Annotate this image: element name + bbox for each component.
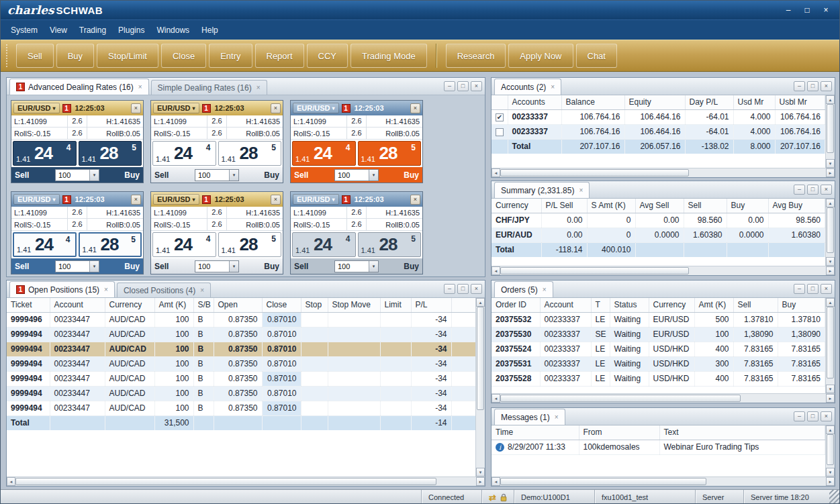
column-header-order-id[interactable]: Order ID — [492, 298, 540, 312]
sell-button[interactable]: Sell — [15, 170, 52, 180]
scroll-down-button[interactable]: ▼ — [476, 468, 485, 476]
tab-close-icon[interactable]: × — [200, 287, 204, 294]
column-header-p-l-sell[interactable]: P/L Sell — [541, 199, 587, 213]
currency-pair-select[interactable]: EUR/USD▾ — [153, 103, 199, 113]
panel-restore-button[interactable]: □ — [457, 284, 469, 294]
orders-row-1[interactable]: 2037553200233337LEWaitingEUR/USD5001.378… — [492, 312, 825, 327]
scroll-up-button[interactable]: ▲ — [826, 425, 835, 434]
scrollbar-thumb[interactable] — [15, 478, 436, 485]
summary-row-1[interactable]: CHF/JPY0.0000.0098.5600.0098.560 — [492, 213, 825, 228]
accounts-row-1[interactable]: ✔00233337106.764.16106.464.16-64.014.000… — [492, 109, 825, 124]
sell-price-box[interactable]: 1.41244 — [292, 232, 356, 257]
scrollbar-thumb[interactable] — [477, 307, 484, 410]
positions-row-3[interactable]: 999949400233447AUD/CAD100B0.873500.87010… — [7, 342, 475, 356]
scroll-left-button[interactable]: ◄ — [492, 394, 500, 403]
row-checkbox[interactable] — [496, 128, 504, 136]
tab-close-icon[interactable]: × — [256, 84, 261, 91]
scroll-left-button[interactable]: ◄ — [492, 266, 500, 275]
sell-price-box[interactable]: 1.41244 — [13, 141, 77, 166]
tab-messages[interactable]: Messages (1) × — [494, 409, 565, 425]
summary-row-2[interactable]: EUR/AUD0.0000.00001.603800.00001.60380 — [492, 228, 825, 242]
scrollbar-thumb[interactable] — [827, 104, 834, 153]
orders-row-2[interactable]: 2037553000233337SEWaitingEUR/USD1001,380… — [492, 327, 825, 342]
column-header-blank[interactable] — [492, 95, 508, 109]
column-header-buy[interactable]: Buy — [778, 298, 825, 312]
toolbar-button-chat[interactable]: Chat — [576, 44, 617, 68]
scroll-down-button[interactable]: ▼ — [826, 159, 835, 168]
vertical-scrollbar[interactable]: ▲▼ — [825, 298, 835, 393]
tab-close-icon[interactable]: × — [579, 187, 583, 194]
column-header-account[interactable]: Account — [540, 298, 591, 312]
sell-button[interactable]: Sell — [294, 262, 332, 271]
scroll-down-button[interactable]: ▼ — [826, 468, 835, 476]
column-header-avg-sell[interactable]: Avg Sell — [635, 199, 684, 213]
panel-minimize-button[interactable]: – — [794, 411, 805, 421]
widget-close-button[interactable]: × — [410, 195, 420, 205]
sell-button[interactable]: Sell — [294, 170, 332, 180]
positions-row-4[interactable]: 999949400233447AUD/CAD100B0.873500.87010… — [7, 356, 475, 371]
column-header-currency[interactable]: Currency — [492, 199, 541, 213]
sell-price-box[interactable]: 1.41244 — [152, 141, 216, 166]
column-header-close[interactable]: Close — [262, 298, 301, 312]
toolbar-grip[interactable] — [6, 44, 9, 67]
currency-pair-select[interactable]: EUR/USD▾ — [293, 103, 339, 113]
menu-item-view[interactable]: View — [44, 22, 73, 38]
toolbar-button-stop-limit[interactable]: Stop/Limit — [97, 44, 158, 68]
orders-row-3[interactable]: 2037552400233337LEWaitingUSD/HKD4007.831… — [492, 342, 825, 356]
widget-close-button[interactable]: × — [271, 195, 281, 205]
tab-advanced-dealing-rates[interactable]: 1 Advanced Dealing Rates (16) × — [9, 79, 149, 95]
scroll-right-button[interactable]: ► — [826, 394, 835, 403]
sell-price-box[interactable]: 1.41244 — [13, 232, 77, 257]
scroll-right-button[interactable]: ► — [476, 477, 485, 486]
currency-pair-select[interactable]: EUR/USD▾ — [293, 194, 339, 205]
currency-pair-select[interactable]: EUR/USD▾ — [153, 194, 199, 205]
buy-price-box[interactable]: 1.41285 — [358, 141, 422, 166]
buy-price-box[interactable]: 1.41285 — [358, 232, 422, 257]
column-header-buy[interactable]: Buy — [727, 199, 768, 213]
positions-row-2[interactable]: 999949400233447AUD/CAD100B0.873500.87010… — [7, 327, 475, 342]
column-header-accounts[interactable]: Accounts — [508, 95, 561, 109]
positions-row-6[interactable]: 999949400233447AUD/CAD100B0.873500.87010… — [7, 386, 475, 401]
toolbar-button-entry[interactable]: Entry — [209, 44, 252, 68]
currency-pair-select[interactable]: EUR/USD▾ — [13, 194, 60, 205]
scrollbar-thumb[interactable] — [500, 267, 689, 274]
column-header-equity[interactable]: Equity — [624, 95, 685, 109]
tab-close-icon[interactable]: × — [104, 286, 108, 293]
column-header-currency[interactable]: Currency — [649, 298, 694, 312]
toolbar-button-buy[interactable]: Buy — [56, 44, 94, 68]
column-header-ticket[interactable]: Ticket — [7, 298, 50, 312]
column-header-balance[interactable]: Balance — [561, 95, 624, 109]
column-header-usd-mr[interactable]: Usd Mr — [733, 95, 775, 109]
menu-item-trading[interactable]: Trading — [73, 22, 112, 38]
scrollbar-thumb[interactable] — [827, 307, 834, 379]
panel-close-button[interactable]: × — [821, 411, 832, 421]
toolbar-button-ccy[interactable]: CCY — [307, 44, 348, 68]
panel-close-button[interactable]: × — [821, 185, 832, 195]
column-header-amt-k[interactable]: Amt (K) — [694, 298, 733, 312]
column-header-p-l[interactable]: P/L — [411, 298, 451, 312]
buy-button[interactable]: Buy — [381, 170, 419, 180]
buy-price-box[interactable]: 1.41285 — [79, 141, 142, 166]
horizontal-scrollbar[interactable]: ◄► — [492, 476, 835, 486]
amount-select[interactable]: 100▾ — [334, 260, 379, 272]
tab-close-icon[interactable]: × — [555, 413, 559, 421]
panel-close-button[interactable]: × — [821, 284, 832, 294]
scroll-down-button[interactable]: ▼ — [826, 385, 835, 393]
column-header-sell[interactable]: Sell — [733, 298, 778, 312]
toolbar-button-sell[interactable]: Sell — [16, 44, 54, 68]
scroll-left-button[interactable]: ◄ — [7, 477, 15, 486]
messages-row-1[interactable]: i8/29/2007 11:33100kdemosalesWebinar Eur… — [492, 440, 825, 454]
panel-minimize-button[interactable]: – — [444, 284, 455, 294]
scroll-right-button[interactable]: ► — [826, 477, 835, 486]
accounts-row-2[interactable]: 00233337106.764.16106.464.16-64.014.0001… — [492, 124, 825, 139]
buy-button[interactable]: Buy — [242, 262, 279, 271]
panel-restore-button[interactable]: □ — [807, 81, 819, 91]
panel-restore-button[interactable]: □ — [807, 411, 819, 421]
tab-open-positions[interactable]: 1 Open Positions (15) × — [9, 281, 115, 297]
vertical-scrollbar[interactable]: ▲▼ — [825, 425, 835, 476]
panel-restore-button[interactable]: □ — [807, 284, 819, 294]
column-header-currency[interactable]: Currency — [105, 298, 154, 312]
menu-item-help[interactable]: Help — [195, 22, 224, 38]
toolbar-button-trading-mode[interactable]: Trading Mode — [351, 44, 427, 68]
panel-close-button[interactable]: × — [471, 284, 482, 294]
